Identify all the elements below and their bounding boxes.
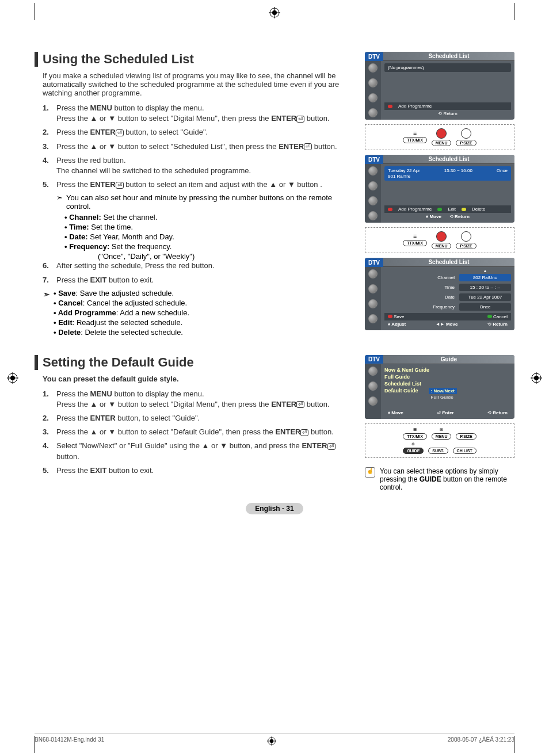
bullet-item: Frequency: Set the frequency. [64, 242, 353, 251]
remote-strip: ☰TTX/MIX MENU P.SIZE [365, 124, 514, 150]
move-label: Move [446, 322, 458, 327]
chevron-icon: ➣ [43, 289, 50, 338]
dtv-tag: DTV [365, 155, 383, 164]
settings-icon [368, 93, 378, 102]
field-label-date: Date [426, 295, 455, 300]
red-dot-icon [388, 315, 392, 318]
field-value-channel: ▲802 RaiUno▼ [459, 274, 511, 281]
save-label: Save [394, 314, 404, 319]
language-icon [368, 314, 378, 323]
dtv-tag: DTV [365, 355, 383, 364]
step-item: 7.Press the EXIT button to exit. [43, 275, 353, 285]
remote-psize-button: P.SIZE [456, 433, 476, 440]
page-number: English - 31 [35, 503, 514, 513]
settings-icon [368, 299, 378, 308]
section-scheduled-list: Using the Scheduled List If you make a s… [35, 52, 514, 338]
return-label: Return [493, 410, 508, 415]
guide-menu-item: Scheduled List [384, 380, 511, 387]
guide-menu-item: Default Guide: Now/NextFull Guide [384, 387, 511, 401]
note-text: You can also set hour and minute by pres… [66, 193, 353, 211]
cancel-label: Cancel [493, 314, 508, 319]
sub-note: ➣ You can also set hour and minute by pr… [56, 193, 353, 211]
dtv-panel-guide: DTVGuide Now & Next GuideFull GuideSched… [365, 355, 514, 419]
steps-list: 1.Press the MENU button to display the m… [43, 103, 353, 190]
remote-menu-button: MENU [432, 140, 452, 146]
bullet-item: Channel: Set the channel. [64, 213, 353, 222]
remote-subt-button: SUBT. [428, 448, 448, 454]
return-label: Return [493, 322, 508, 327]
dtv-side-icons [365, 164, 381, 223]
language-icon [368, 211, 378, 220]
remote-ttx-button: TTX/MIX [403, 137, 427, 143]
step-item: 5.Press the ENTER⏎ button to select an i… [43, 180, 353, 190]
red-dot-icon [388, 105, 392, 108]
guide-menu-item: Now & Next Guide [384, 366, 511, 373]
intro-text: If you make a scheduled viewing list of … [43, 71, 353, 97]
dtv-tag: DTV [365, 258, 383, 267]
row-channel: 801 RaiTre [388, 174, 508, 179]
dtv-side-icons [365, 267, 381, 330]
panel-footer: Save Cancel [384, 313, 511, 320]
footer-line: BN68-01412M-Eng.indd 31 2008-05-07 ¿ÀÈÄ … [35, 734, 514, 746]
remote-strip: ☰TTX/MIX ⊞MENU P.SIZE ⊚GUIDE SUBT. CH LI… [365, 423, 514, 458]
side-note: ☝ You can select these options by simply… [365, 467, 514, 491]
edit-label: Edit [448, 207, 456, 212]
remote-ttx-button: TTX/MIX [403, 433, 427, 440]
remote-chlist-button: CH LIST [453, 448, 476, 454]
panel-footer-bottom: ♦ Move⟲ Return [384, 213, 511, 220]
globe-icon [368, 269, 378, 278]
remote-red-button [436, 128, 447, 139]
field-label-frequency: Frequency [426, 304, 455, 310]
step-item: 4.Select "Now/Next" or "Full Guide" usin… [43, 441, 353, 461]
panel-title: Guide [383, 355, 514, 364]
step-item: 1.Press the MENU button to display the m… [43, 389, 353, 410]
yellow-dot-icon [462, 208, 466, 211]
globe-icon [368, 166, 378, 175]
step-item: 1.Press the MENU button to display the m… [43, 103, 353, 124]
settings-icon [368, 396, 378, 406]
additional-item: Save: Save the adjusted schedule. [54, 289, 189, 297]
move-label: Move [391, 410, 403, 415]
section-default-guide: Setting the Default Guide You can preset… [35, 355, 514, 491]
panel-footer: Add Programme Edit Delete [384, 205, 511, 213]
guide-alt-option: Full Guide [429, 394, 457, 400]
side-note-text: You can select these options by simply p… [380, 467, 514, 491]
additional-item: Edit: Readjust the selected schedule. [54, 318, 189, 327]
guide-menu-item: Full Guide [384, 373, 511, 380]
step-item: 2.Press the ENTER button, to select "Gui… [43, 413, 353, 423]
field-label-time: Time [426, 285, 455, 290]
red-dot-icon [388, 208, 392, 211]
step-item: 3.Press the ▲ or ▼ button to select "Sch… [43, 142, 353, 152]
channel-icon [368, 181, 378, 190]
add-programme-label: Add Programme [398, 207, 432, 212]
footer-left: BN68-01412M-Eng.indd 31 [35, 736, 104, 746]
globe-icon [368, 63, 378, 72]
dtv-panel-empty: DTVScheduled List (No programmes) Add Pr… [365, 52, 514, 120]
step-item: 5.Press the EXIT button to exit. [43, 465, 353, 476]
hand-icon: ☝ [365, 467, 375, 478]
remote-red-button [436, 231, 447, 242]
crop-mark [514, 3, 514, 20]
panel-footer-bottom: ♦ Adjust ◄► Move ⟲ Return [384, 320, 511, 328]
delete-label: Delete [472, 207, 485, 212]
dtv-panel-edit: DTVScheduled List Channel▲802 RaiUno▼ Ti… [365, 258, 514, 330]
return-label: Return [455, 214, 470, 219]
field-label-channel: Channel [426, 275, 455, 280]
remote-menu-button: MENU [432, 433, 452, 440]
crop-mark [35, 3, 35, 20]
step-item: 4.Press the red button.The channel will … [43, 155, 353, 176]
panel-title: Scheduled List [383, 258, 514, 267]
channel-icon [368, 284, 378, 293]
remote-round-button [461, 231, 471, 242]
row-freq: Once [497, 168, 508, 173]
remote-round-button [461, 128, 471, 139]
dtv-panel-listed: DTVScheduled List Tuesday 22 Apr 15:30 ~… [365, 155, 514, 223]
additional-item: Add Programme: Add a new schedule. [54, 308, 189, 317]
green-dot-icon [437, 208, 442, 211]
remote-ttx-button: TTX/MIX [403, 240, 427, 246]
frequency-note: ("Once", "Daily", or "Weekly") [98, 252, 353, 261]
bullet-item: Date: Set Year, Month and Day. [64, 232, 353, 241]
globe-icon [368, 366, 378, 376]
no-programmes-text: (No programmes) [384, 63, 511, 72]
settings-icon [368, 196, 378, 205]
